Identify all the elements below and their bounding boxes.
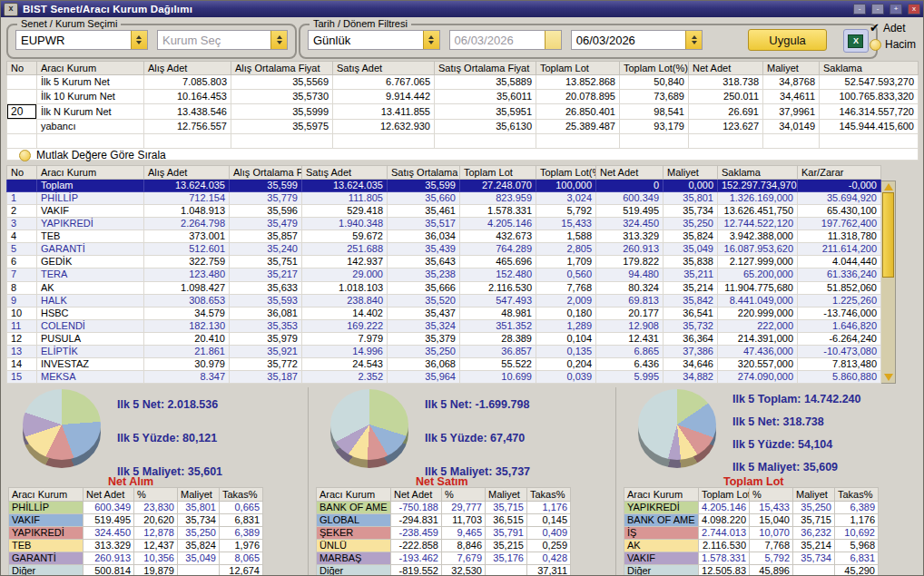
unit-radio-group: ✔ Adet Hacim — [870, 22, 916, 51]
legend-row[interactable]: ŞEKER -238.4599,465 35,7910,409 — [317, 527, 571, 540]
chevron-updown-icon[interactable] — [270, 31, 287, 49]
broker-row[interactable]: 1PHİLLİP 712.15435,779 111.80535,660 823… — [7, 192, 881, 205]
broker-row[interactable]: 9HALK 308.65335,593 238.84035,520 547.49… — [7, 294, 881, 307]
main-table-area: NoAracı Kurum Alış AdetAlış Ortalama Fiy… — [6, 165, 896, 384]
maximize-button[interactable]: + — [890, 4, 902, 15]
restore-button[interactable]: - — [871, 4, 884, 15]
kurum-placeholder: Kurum Seç — [158, 34, 270, 47]
legend-row[interactable]: ÜNLÜ -222.8588,846 35,2150,259 — [317, 540, 571, 552]
date-to-field[interactable]: 06/03/2026 — [571, 30, 703, 50]
date-button[interactable] — [545, 31, 561, 49]
legend-row[interactable]: BANK OF AME -750.18829,777 35,7151,176 — [317, 502, 571, 514]
panel-caption: Net Satım — [416, 475, 468, 488]
broker-row[interactable]: 11COLENDİ 182.13035,353 169.22235,324 35… — [7, 319, 881, 332]
filter-bar: Senet / Kurum Seçimi EUPWR Kurum Seç Tar… — [1, 18, 923, 60]
chart-panels: Ilk 5 Net: 2.018.536 Ilk 5 Yüzde: 80,121… — [1, 387, 923, 575]
period-value: Günlük — [309, 34, 423, 47]
radio-hacim[interactable]: Hacim — [870, 38, 916, 51]
legend-row[interactable]: İŞ 2.744.01310,070 36,23210,692 — [624, 527, 879, 540]
check-icon: ✔ — [870, 23, 880, 34]
excel-export-button[interactable]: X — [843, 29, 869, 53]
legend-row[interactable]: PHİLLİP 600.34923,830 35,8010,665 — [9, 502, 263, 514]
close-window-button[interactable]: x — [908, 4, 920, 15]
legend-row[interactable]: AK 2.116.5307,768 35,2145,968 — [624, 540, 879, 552]
legend-table-net-alim: Aracı KurumNet Adet%MaliyetTakas% PHİLLİ… — [8, 487, 263, 576]
scrollbar-thumb[interactable] — [882, 192, 894, 278]
minimize-button[interactable]: - — [853, 4, 866, 15]
panel-caption: Toplam Lot — [723, 475, 783, 488]
summary-row-ilk10[interactable]: İlk 10 Kurum Net10.164.45335,57309.914.4… — [7, 90, 919, 104]
broker-row[interactable]: 10HSBC 34.57936,081 14.40235,437 48.9810… — [7, 307, 881, 319]
broker-header-row[interactable]: NoAracı Kurum Alış AdetAlış Ortalama Fiy… — [7, 166, 881, 180]
scroll-up-icon[interactable] — [881, 181, 895, 192]
broker-row[interactable]: 8AK 1.098.42735,633 1.018.10335,666 2.11… — [7, 281, 881, 294]
period-select[interactable]: Günlük — [308, 30, 440, 50]
broker-row[interactable]: 14INVESTAZ 30.97935,772 24.54336,068 55.… — [7, 357, 881, 370]
n-count-input[interactable]: 20 — [7, 104, 36, 119]
panel-toplam-lot: Ilk 5 Toplam: 14.742.240 Ilk 5 Net: 318.… — [615, 387, 923, 575]
legend-row[interactable]: VAKIF 1.578.3315,792 35,7346,831 — [624, 552, 879, 565]
date-from-field[interactable]: 06/03/2026 — [449, 30, 562, 50]
broker-row[interactable]: 15MEKSA 8.34735,187 2.35235,964 10.6990,… — [7, 370, 881, 383]
legend-row[interactable]: Diğer -819.55232,530 37,311 — [317, 565, 571, 576]
symbol-select[interactable]: EUPWR — [15, 30, 148, 50]
broker-table: NoAracı Kurum Alış AdetAlış Ortalama Fiy… — [6, 165, 881, 384]
broker-row[interactable]: 3YAPIKREDİ 2.264.79835,479 1.940.34835,5… — [7, 218, 881, 230]
chevron-updown-icon[interactable] — [131, 31, 147, 49]
broker-row[interactable]: 5GARANTİ 512.60135,240 251.68835,439 764… — [7, 243, 881, 256]
legend-row[interactable]: GARANTİ 260.91310,356 35,0498,065 — [9, 552, 263, 565]
panel-net-satim: Ilk 5 Net: -1.699.798 Ilk 5 Yüzde: 67,47… — [308, 387, 615, 575]
broker-row[interactable]: 6GEDİK 322.75935,751 142.93735,643 465.6… — [7, 256, 881, 268]
legend-row[interactable]: YAPIKREDİ 324.45012,878 35,2506,389 — [9, 527, 263, 540]
chevron-updown-icon[interactable] — [685, 31, 702, 49]
legend-table-toplam-lot: Aracı KurumToplam Lot%MaliyetTakas% YAPI… — [624, 487, 879, 576]
broker-row[interactable]: 4TEB 373.00135,857 59.67236,034 432.6731… — [7, 230, 881, 243]
panel-net-alim: Ilk 5 Net: 2.018.536 Ilk 5 Yüzde: 80,121… — [1, 387, 308, 575]
pie-chart-net-satim — [330, 389, 408, 469]
total-row-selected[interactable]: Toplam 13.624.03535,599 13.624.03535,599… — [7, 180, 881, 192]
legend-row[interactable]: Diğer 12.505.8345,896 45,290 — [624, 565, 879, 576]
summary-row-ilk5[interactable]: İlk 5 Kurum Net7.085.80335,55696.767.065… — [7, 75, 919, 90]
scroll-down-icon[interactable] — [881, 372, 895, 383]
pie-chart-toplam-lot — [638, 389, 716, 469]
broker-row[interactable]: 7TERA 123.48035,217 29.00035,238 152.480… — [7, 268, 881, 281]
date-filter-group: Tarih / Dönem Filtresi Günlük 06/03/2026… — [299, 24, 878, 59]
kurum-select[interactable]: Kurum Seç — [157, 30, 288, 50]
date-from-value: 06/03/2026 — [450, 34, 545, 47]
date-group-label: Tarih / Dönem Filtresi — [310, 18, 411, 29]
summary-row-ilkn[interactable]: 20 İlk N Kurum Net13.438.54635,599913.41… — [7, 104, 919, 120]
app-window: { "window": { "close": "x", "title": "BI… — [0, 0, 924, 576]
symbol-group: Senet / Kurum Seçimi EUPWR Kurum Seç — [6, 24, 297, 59]
symbol-group-label: Senet / Kurum Seçimi — [17, 18, 121, 29]
summary-row-yabanci[interactable]: yabancı12.756.55735,597512.632.93035,613… — [7, 120, 919, 134]
close-icon[interactable]: x — [4, 3, 18, 16]
stats-toplam-lot: Ilk 5 Toplam: 14.742.240 Ilk 5 Net: 318.… — [732, 393, 861, 483]
broker-row[interactable]: 2VAKIF 1.048.91335,596 529.41835,461 1.5… — [7, 205, 881, 218]
legend-row[interactable]: YAPIKREDİ 4.205.14615,433 35,2506,389 — [624, 502, 879, 514]
legend-header-row: Aracı KurumNet Adet%MaliyetTakas% — [9, 488, 263, 502]
pie-chart-net-alim — [23, 389, 101, 469]
excel-icon: X — [848, 34, 863, 48]
chevron-updown-icon[interactable] — [423, 31, 439, 49]
date-to-value: 06/03/2026 — [572, 34, 686, 47]
radio-adet-label: Adet — [883, 22, 906, 34]
summary-table: NoAracı Kurum Alış AdetAlış Ortalama Fiy… — [6, 61, 919, 161]
vertical-scrollbar[interactable] — [881, 181, 896, 384]
broker-row[interactable]: 12PUSULA 20.41035,979 7.97935,379 28.389… — [7, 332, 881, 345]
apply-button[interactable]: Uygula — [748, 29, 826, 51]
legend-row[interactable]: VAKIF 519.49520,620 35,7346,831 — [9, 514, 263, 527]
summary-empty-row — [7, 134, 919, 149]
radio-adet[interactable]: ✔ Adet — [870, 22, 916, 34]
legend-table-net-satim: Aracı KurumNet Adet%MaliyetTakas% BANK O… — [316, 487, 571, 576]
window-title: BIST Senet/Aracı Kurum Dağılımı — [23, 4, 192, 15]
legend-row[interactable]: GLOBAL -294.83111,703 36,5150,145 — [317, 514, 571, 527]
legend-row[interactable]: MARBAŞ -193.4627,679 35,1760,428 — [317, 552, 571, 565]
radio-circle-icon — [19, 150, 31, 161]
sort-toggle-label: Mutlak Değere Göre Sırala — [36, 149, 166, 161]
legend-row[interactable]: Diğer 500.81419,879 12,674 — [9, 565, 263, 576]
legend-row[interactable]: TEB 313.32912,437 35,8241,976 — [9, 540, 263, 552]
legend-row[interactable]: BANK OF AME 4.098.22015,040 35,7151,176 — [624, 514, 879, 527]
sort-toggle[interactable]: Mutlak Değere Göre Sırala — [19, 149, 166, 161]
summary-header-row: NoAracı Kurum Alış AdetAlış Ortalama Fiy… — [7, 62, 919, 75]
broker-row[interactable]: 13ELİPTİK 21.86135,921 14.99635,250 36.8… — [7, 345, 881, 357]
